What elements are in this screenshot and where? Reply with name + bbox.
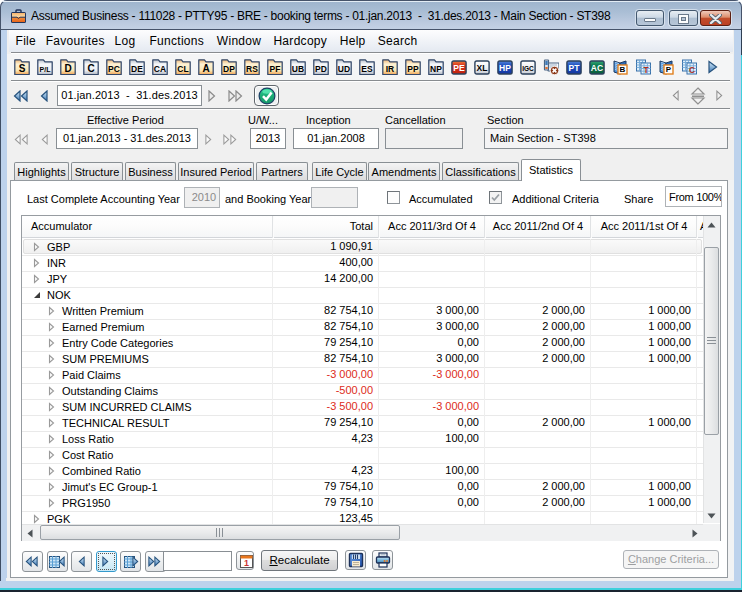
svg-text:PT: PT bbox=[569, 63, 581, 73]
svg-text:CL: CL bbox=[177, 64, 188, 74]
svg-text:PC: PC bbox=[108, 64, 120, 74]
svg-text:S: S bbox=[19, 63, 26, 74]
svg-text:PF: PF bbox=[270, 64, 281, 74]
svg-text:DE: DE bbox=[131, 64, 143, 74]
svg-text:HP: HP bbox=[499, 63, 511, 73]
svg-text:IGC: IGC bbox=[522, 65, 534, 72]
svg-text:ES: ES bbox=[361, 64, 373, 74]
svg-text:PD: PD bbox=[315, 64, 327, 74]
svg-text:PE: PE bbox=[453, 63, 465, 73]
svg-text:C: C bbox=[87, 63, 94, 74]
svg-text:P: P bbox=[666, 65, 672, 74]
svg-text:DP: DP bbox=[223, 64, 235, 74]
svg-text:UB: UB bbox=[292, 64, 304, 74]
svg-text:B: B bbox=[620, 65, 626, 74]
svg-text:CA: CA bbox=[154, 64, 166, 74]
svg-text:P/L: P/L bbox=[40, 66, 52, 73]
svg-text:D: D bbox=[64, 63, 71, 74]
svg-text:A: A bbox=[202, 63, 209, 74]
svg-text:PP: PP bbox=[407, 64, 419, 74]
svg-text:XL: XL bbox=[477, 63, 488, 73]
svg-text:UD: UD bbox=[338, 64, 350, 74]
svg-text:IR: IR bbox=[386, 64, 395, 74]
svg-text:AC: AC bbox=[591, 63, 603, 73]
svg-text:C: C bbox=[689, 65, 695, 75]
svg-text:T: T bbox=[643, 65, 649, 75]
svg-text:1: 1 bbox=[244, 558, 249, 568]
svg-text:NP: NP bbox=[430, 64, 442, 74]
svg-text:RS: RS bbox=[246, 64, 258, 74]
